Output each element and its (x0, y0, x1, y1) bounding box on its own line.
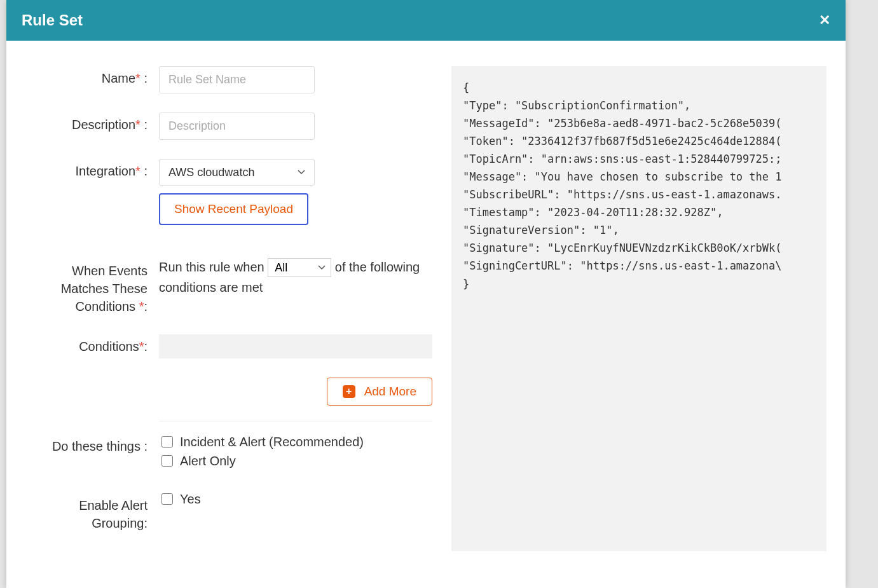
row-integration: Integration* : AWS cloudwatch Show Recen… (25, 159, 432, 225)
payload-line: "Type": "SubscriptionConfirmation", (463, 97, 815, 114)
match-mode-select[interactable]: All (268, 258, 331, 277)
payload-line: "SubscribeURL": "https://sns.us-east-1.a… (463, 186, 815, 203)
payload-line: "MessageId": "253b6e8a-aed8-4971-bac2-5c… (463, 114, 815, 132)
show-recent-payload-button[interactable]: Show Recent Payload (159, 193, 308, 225)
description-input[interactable] (159, 113, 315, 140)
plus-icon: + (343, 385, 355, 398)
integration-select[interactable]: AWS cloudwatch (159, 159, 315, 186)
label-actions: Do these things : (25, 434, 159, 454)
payload-line: "SigningCertURL": "https://sns.us-east-1… (463, 257, 815, 275)
row-conditions: Conditions*: + Add More (25, 334, 432, 421)
rule-condition-sentence: Run this rule when All of the following … (159, 257, 432, 297)
form-column: Name* : Description* : Integration* : (25, 66, 432, 551)
payload-line: "SignatureVersion": "1", (463, 221, 815, 239)
conditions-box[interactable] (159, 334, 432, 359)
payload-preview: { "Type": "SubscriptionConfirmation", "M… (451, 66, 827, 551)
checkbox-enable-grouping-input[interactable] (161, 493, 173, 505)
row-actions: Do these things : Incident & Alert (Reco… (25, 434, 432, 472)
modal-body: Name* : Description* : Integration* : (6, 41, 846, 564)
rule-set-modal: Rule Set ✕ Name* : Description* : (6, 0, 846, 588)
row-events-match: When Events Matches These Conditions *: … (25, 257, 432, 315)
payload-line: "TopicArn": "arn:aws:sns:us-east-1:52844… (463, 150, 815, 168)
checkbox-alert-only-input[interactable] (161, 455, 173, 467)
payload-line: "Timestamp": "2023-04-20T11:28:32.928Z", (463, 203, 815, 221)
row-description: Description* : (25, 113, 432, 140)
checkbox-alert-only[interactable]: Alert Only (159, 453, 432, 468)
label-integration: Integration* : (25, 159, 159, 179)
close-icon[interactable]: ✕ (819, 12, 830, 29)
payload-line: "Signature": "LycEnrKuyfNUEVNzdzrKikCkB0… (463, 239, 815, 257)
payload-line: "Token": "2336412f37fb687f5d51e6e2425c46… (463, 132, 815, 150)
label-description: Description* : (25, 113, 159, 132)
payload-line: } (463, 275, 815, 293)
row-name: Name* : (25, 66, 432, 93)
label-enable-grouping: Enable Alert Grouping: (25, 491, 159, 532)
payload-line: { (463, 79, 815, 97)
label-events-match: When Events Matches These Conditions *: (25, 257, 159, 315)
checkbox-incident-alert[interactable]: Incident & Alert (Recommended) (159, 434, 432, 449)
modal-title: Rule Set (22, 11, 83, 29)
payload-line: "Message": "You have chosen to subscribe… (463, 168, 815, 186)
label-conditions: Conditions*: (25, 334, 159, 354)
name-input[interactable] (159, 66, 315, 93)
checkbox-enable-grouping[interactable]: Yes (159, 491, 432, 507)
modal-header: Rule Set ✕ (6, 0, 846, 41)
add-more-button[interactable]: + Add More (327, 378, 432, 406)
row-enable-grouping: Enable Alert Grouping: Yes (25, 491, 432, 532)
label-name: Name* : (25, 66, 159, 86)
checkbox-incident-alert-input[interactable] (161, 436, 173, 448)
